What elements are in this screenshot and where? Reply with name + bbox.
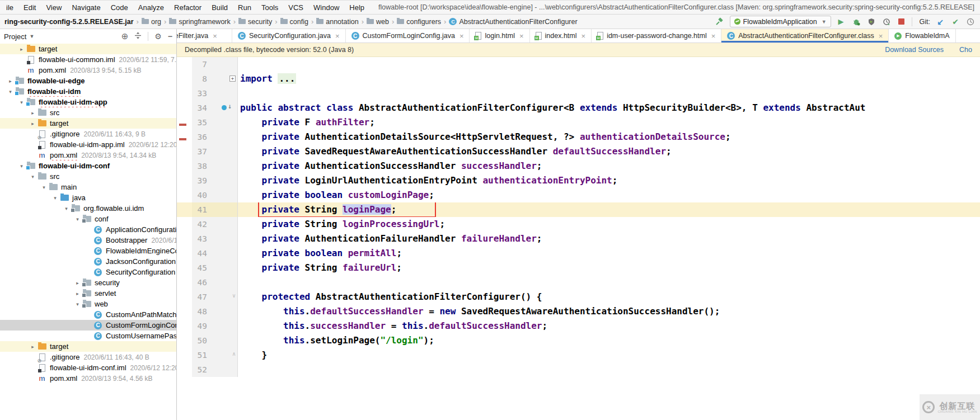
debug-button[interactable] (851, 17, 861, 27)
gear-icon[interactable]: ⚙ (154, 32, 162, 41)
tree-row[interactable]: ▾org.flowable.ui.idm (0, 203, 176, 214)
breadcrumb-folder[interactable]: web (367, 18, 389, 26)
chevron-expanded-icon[interactable]: ▾ (39, 185, 49, 190)
collapse-all-icon[interactable] (134, 32, 142, 41)
menu-item-run[interactable]: Run (233, 3, 256, 12)
chevron-collapsed-icon[interactable]: ▸ (6, 78, 15, 84)
tree-row[interactable]: flowable-ui-idm-app.iml2020/6/12 12:20, … (0, 139, 176, 150)
build-hammer-icon[interactable] (715, 17, 725, 27)
menu-item-refactor[interactable]: Refactor (169, 3, 207, 12)
code-text[interactable]: private AuthenticationDetailsSource<Http… (238, 130, 980, 144)
code-text[interactable]: this.setLoginPage("/login"); (238, 333, 980, 348)
breadcrumb-class[interactable]: CAbstractAuthenticationFilterConfigurer (449, 18, 577, 26)
chevron-expanded-icon[interactable]: ▾ (73, 216, 82, 222)
chevron-collapsed-icon[interactable]: ▸ (28, 344, 37, 350)
override-marker-icon[interactable] (222, 105, 227, 110)
close-icon[interactable]: × (582, 32, 586, 40)
code-text[interactable]: protected AbstractAuthenticationFilterCo… (238, 290, 980, 304)
chevron-expanded-icon[interactable]: ▾ (50, 195, 60, 201)
close-icon[interactable]: × (519, 32, 524, 40)
chevron-collapsed-icon[interactable]: ▸ (73, 291, 82, 296)
tree-row[interactable]: CCustomAntPathMatcher2020 (0, 309, 176, 320)
chevron-expanded-icon[interactable]: ▾ (28, 174, 37, 180)
tree-row[interactable]: ▸target (0, 341, 176, 352)
tab-lecookiefilter-java[interactable]: leCookieFilter.java× (177, 29, 232, 43)
tree-row[interactable]: flowable-ui-idm-conf.iml2020/6/12 12:20,… (0, 362, 176, 373)
tree-row[interactable]: ▾flowable-ui-idm (0, 86, 176, 97)
profiler-button[interactable] (881, 17, 892, 27)
tree-row[interactable]: ▸src (0, 107, 176, 118)
hide-panel-icon[interactable]: − (168, 32, 172, 41)
chevron-expanded-icon[interactable]: ▾ (62, 206, 71, 211)
tree-row[interactable]: mpom.xml2020/8/13 9:54, 14.34 kB (0, 150, 176, 161)
breadcrumb-folder[interactable]: org (142, 18, 161, 26)
close-icon[interactable]: × (335, 32, 340, 40)
tree-row[interactable]: .gitignore2020/6/11 16:43, 40 B (0, 352, 176, 362)
close-icon[interactable]: × (879, 32, 883, 40)
git-update-button[interactable]: ↙ (935, 17, 945, 27)
menu-item-vcs[interactable]: VCS (283, 3, 308, 12)
menu-item-code[interactable]: Code (106, 3, 133, 12)
tree-row[interactable]: ▸target (0, 118, 176, 129)
tree-row[interactable]: ▸flowable-ui-edge (0, 75, 176, 86)
run-configuration-select[interactable]: FlowableIdmApplication ▼ (730, 16, 831, 27)
code-text[interactable]: private String failureUrl; (238, 261, 980, 275)
tab-abstractauthenticationfilterconfigurer-class[interactable]: CAbstractAuthenticationFilterConfigurer.… (721, 29, 889, 43)
menu-item-edit[interactable]: Edit (18, 3, 41, 12)
tree-row[interactable]: ▸servlet (0, 288, 176, 299)
locate-file-icon[interactable]: ⊕ (121, 31, 129, 41)
breadcrumb-folder[interactable]: springframework (169, 18, 230, 26)
code-text[interactable]: private String loginPage; (238, 202, 980, 217)
breadcrumb-folder[interactable]: annotation (316, 18, 358, 26)
code-text[interactable]: private SavedRequestAwareAuthenticationS… (238, 144, 980, 159)
tab-flowableidma[interactable]: ▶FlowableIdmA (889, 29, 955, 43)
tab-index-html[interactable]: index.html× (530, 29, 592, 43)
tree-row[interactable]: CBootstrapper2020/6/11 16:4 (0, 235, 176, 246)
tree-row[interactable]: CCustomFormLoginConfig20 (0, 320, 176, 331)
chevron-expanded-icon[interactable]: ▾ (17, 100, 26, 105)
breadcrumb-folder[interactable]: config (280, 18, 308, 26)
code-text[interactable]: public abstract class AbstractAuthentica… (238, 101, 980, 115)
code-text[interactable]: private boolean customLoginPage; (238, 188, 980, 202)
code-text[interactable]: } (238, 348, 980, 362)
tree-row[interactable]: CJacksonConfiguration2020/6 (0, 256, 176, 267)
chevron-collapsed-icon[interactable]: ▸ (28, 110, 37, 116)
tab-securityconfiguration-java[interactable]: CSecurityConfiguration.java× (232, 29, 346, 43)
menu-item-ile[interactable]: ile (1, 3, 18, 12)
tree-row[interactable]: mpom.xml2020/8/13 9:54, 4.56 kB (0, 373, 176, 384)
code-text[interactable] (238, 275, 980, 290)
tree-row[interactable]: ▾flowable-ui-idm-conf (0, 161, 176, 171)
chevron-collapsed-icon[interactable]: ▸ (17, 46, 26, 52)
code-text[interactable]: import ... (238, 72, 980, 86)
breadcrumb-folder[interactable]: security (238, 18, 272, 26)
chevron-expanded-icon[interactable]: ▾ (17, 163, 26, 169)
code-text[interactable]: private LoginUrlAuthenticationEntryPoint… (238, 173, 980, 188)
chevron-down-icon[interactable]: ▼ (29, 34, 34, 39)
tree-row[interactable]: ▾web (0, 299, 176, 309)
close-icon[interactable]: × (459, 32, 464, 40)
fold-end-icon[interactable]: ∧ (232, 351, 236, 357)
tree-row[interactable]: mpom.xml2020/8/13 9:54, 5.15 kB (0, 65, 176, 75)
tree-row[interactable]: ▾src (0, 171, 176, 182)
fold-open-icon[interactable]: ∨ (232, 292, 236, 299)
chevron-collapsed-icon[interactable]: ▸ (73, 280, 82, 286)
menu-item-view[interactable]: View (41, 3, 67, 12)
menu-item-analyze[interactable]: Analyze (133, 3, 169, 12)
menu-item-build[interactable]: Build (207, 3, 233, 12)
fold-expand-icon[interactable]: + (229, 75, 236, 82)
tree-row[interactable]: CCustomUsernamePasswordA (0, 331, 176, 341)
code-editor[interactable]: 78+import ...3334↓public abstract class … (177, 57, 980, 420)
breadcrumb-folder[interactable]: configurers (397, 18, 441, 26)
tree-row[interactable]: .gitignore2020/6/11 16:43, 9 B (0, 129, 176, 139)
menu-item-window[interactable]: Window (308, 3, 344, 12)
menu-item-help[interactable]: Help (344, 3, 369, 12)
tree-row[interactable]: CApplicationConfiguration202 (0, 224, 176, 235)
close-icon[interactable]: × (711, 32, 716, 40)
breadcrumb-jar[interactable]: ring-security-config-5.2.5.RELEASE.jar (4, 18, 134, 26)
code-text[interactable]: private boolean permitAll; (238, 246, 980, 261)
tree-row[interactable]: ▾flowable-ui-idm-app (0, 97, 176, 107)
tree-row[interactable]: ▸security (0, 277, 176, 288)
coverage-button[interactable] (866, 17, 876, 27)
code-text[interactable]: private F authFilter; (238, 115, 980, 130)
tree-row[interactable]: ▸target (0, 44, 176, 54)
